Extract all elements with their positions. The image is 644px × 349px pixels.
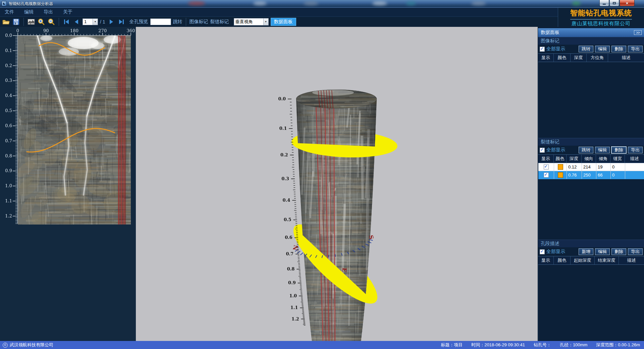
- image-markers-show-all-checkbox[interactable]: [540, 47, 545, 52]
- prev-page-icon: [74, 19, 79, 25]
- table-row[interactable]: 0.12214190: [538, 163, 644, 171]
- prev-page-button[interactable]: [72, 18, 80, 26]
- open-file-button[interactable]: [2, 18, 10, 26]
- collapse-panel-button[interactable]: >>: [634, 30, 642, 35]
- titlebar-glass-blob: [471, 1, 486, 5]
- hole-sections-delete-button[interactable]: 删除: [611, 248, 626, 255]
- table-cell: 0.12: [567, 163, 582, 171]
- table-cell: 19: [596, 163, 611, 171]
- page-select[interactable]: 1 ▼: [83, 18, 98, 25]
- image-markers-jump-button[interactable]: 跳转: [579, 46, 593, 52]
- image-markers-section-title: 图像标记: [538, 37, 644, 45]
- hole-sections-add-button[interactable]: 新增: [579, 248, 593, 255]
- copyright-icon: ©: [3, 343, 8, 348]
- hole-sections-show-all-checkbox[interactable]: [540, 249, 545, 254]
- menu-about[interactable]: 关于: [63, 9, 72, 15]
- last-page-button[interactable]: [117, 18, 125, 26]
- fracture-markers-delete-button[interactable]: 删除: [611, 147, 626, 153]
- column-header: 缝宽: [610, 155, 625, 163]
- minimize-icon: [603, 4, 606, 5]
- close-button[interactable]: ×: [620, 0, 635, 6]
- column-header: 方位角: [587, 54, 608, 62]
- fracture-markers-section-title: 裂缝标记: [538, 138, 644, 146]
- borehole-unrolled-view[interactable]: [0, 27, 136, 341]
- unrolled-image-panel: [0, 27, 136, 341]
- statusbar: © 武汉领航科技有限公司 标题：项目 时间：2018-06-29 09:30:4…: [0, 341, 644, 349]
- toolbar: 1 ▼ / 1 全孔预览 跳转 图像标记 裂缝标记 垂直视角 ▼: [0, 17, 558, 27]
- jump-button[interactable]: 跳转: [173, 19, 182, 25]
- table-cell: 250: [582, 171, 596, 179]
- row-show-checkbox[interactable]: [544, 172, 549, 178]
- image-adjust-button[interactable]: [27, 18, 35, 26]
- close-icon: ×: [626, 1, 629, 6]
- data-panel-header[interactable]: 数据面板 >>: [538, 28, 644, 37]
- table-cell: [625, 163, 644, 171]
- column-header: 深度: [567, 155, 582, 163]
- image-markers-show-all-label: 全部显示: [546, 46, 577, 52]
- row-color-swatch[interactable]: [558, 164, 563, 170]
- brand-block: 智能钻孔电视系统 唐山莱锐思科技有限公司: [558, 8, 644, 27]
- hole-sections-section-title: 孔段描述: [538, 240, 644, 247]
- zoom-out-button[interactable]: [47, 18, 55, 26]
- fracture-markers-table-header: 显示 颜色 深度 倾向 倾角 缝宽 描述: [538, 154, 644, 163]
- brand-title: 智能钻孔电视系统: [570, 8, 632, 19]
- menubar: 文件 编辑 导出 关于: [0, 8, 558, 17]
- page-select-value: 1: [83, 19, 93, 24]
- first-page-icon: [63, 19, 70, 25]
- column-header: 颜色: [554, 155, 567, 163]
- save-button[interactable]: [12, 18, 20, 26]
- page-total-label: / 1: [100, 19, 105, 24]
- fracture-marker-button[interactable]: 裂缝标记: [210, 19, 229, 25]
- toolbar-separator: [23, 18, 24, 26]
- table-cell: 0: [611, 163, 625, 171]
- last-page-icon: [118, 19, 125, 25]
- image-markers-table-header: 显示 颜色 深度 方位角 描述: [538, 53, 644, 62]
- menu-edit[interactable]: 编辑: [24, 9, 34, 15]
- next-page-button[interactable]: [107, 18, 115, 26]
- hole-sections-edit-button[interactable]: 编辑: [595, 248, 610, 255]
- titlebar: 智能钻孔电视数据分析器 ×: [0, 0, 644, 8]
- column-header: 深度: [571, 54, 587, 62]
- view-angle-select[interactable]: 垂直视角 ▼: [234, 18, 269, 26]
- statusbar-depth-range: 深度范围：0.00-1.26m: [596, 342, 640, 348]
- minimize-button[interactable]: [599, 0, 609, 6]
- data-panel-button[interactable]: 数据面板: [271, 18, 296, 26]
- maximize-icon: [613, 2, 616, 4]
- table-cell: 0: [611, 171, 625, 179]
- column-header: 起始深度: [571, 256, 595, 264]
- column-header: 描述: [625, 155, 644, 163]
- column-header: 描述: [608, 54, 644, 62]
- hole-sections-export-button[interactable]: 导出: [628, 248, 643, 255]
- image-markers-edit-button[interactable]: 编辑: [595, 46, 610, 52]
- table-cell: 0.76: [567, 171, 582, 179]
- titlebar-glass-blob: [304, 1, 318, 5]
- row-color-swatch[interactable]: [558, 172, 563, 178]
- image-marker-button[interactable]: 图像标记: [190, 19, 208, 25]
- menu-export[interactable]: 导出: [44, 9, 53, 15]
- fracture-markers-jump-button[interactable]: 跳转: [579, 147, 593, 153]
- zoom-in-button[interactable]: [37, 18, 45, 26]
- fracture-markers-show-all-checkbox[interactable]: [540, 148, 545, 153]
- maximize-button[interactable]: [609, 0, 619, 6]
- full-preview-button[interactable]: 全孔预览: [129, 19, 148, 25]
- fracture-markers-edit-button[interactable]: 编辑: [595, 147, 610, 153]
- toolbar-separator: [186, 18, 186, 26]
- borehole-3d-view[interactable]: [136, 27, 538, 341]
- fracture-markers-controls: 全部显示 跳转 编辑 删除 导出: [538, 146, 644, 154]
- toolbar-separator: [59, 18, 59, 26]
- menu-file[interactable]: 文件: [5, 9, 14, 15]
- window-title: 智能钻孔电视数据分析器: [9, 1, 53, 7]
- table-row[interactable]: 0.76250660: [538, 171, 644, 179]
- row-show-checkbox[interactable]: [544, 164, 549, 169]
- fracture-markers-export-button[interactable]: 导出: [628, 147, 643, 153]
- titlebar-glass-blob: [253, 1, 267, 5]
- image-adjust-icon: [28, 19, 35, 25]
- image-markers-delete-button[interactable]: 删除: [611, 46, 626, 52]
- app-window: 智能钻孔电视数据分析器 × 文件 编辑 导出 关于: [0, 0, 644, 349]
- first-page-button[interactable]: [62, 18, 70, 26]
- fracture-markers-table-body: 0.122141900.76250660: [538, 163, 644, 240]
- jump-input[interactable]: [150, 18, 171, 25]
- image-markers-export-button[interactable]: 导出: [628, 46, 643, 52]
- column-header: 结束深度: [595, 256, 619, 264]
- brand-subtitle: 唐山莱锐思科技有限公司: [572, 20, 631, 27]
